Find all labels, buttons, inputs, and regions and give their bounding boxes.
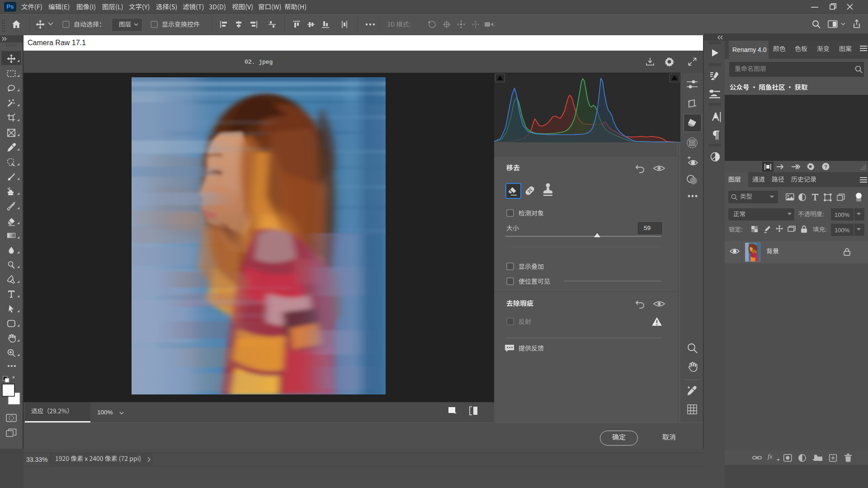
- svg-text:?: ?: [824, 164, 827, 169]
